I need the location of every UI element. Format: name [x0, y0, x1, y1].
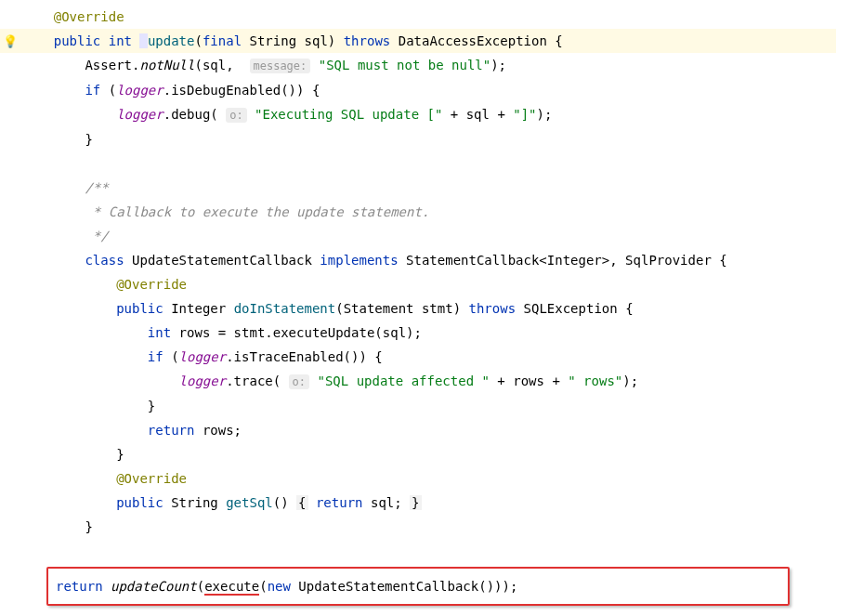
- highlighted-return-box: return updateCount(execute(new UpdateSta…: [46, 567, 790, 606]
- code-line[interactable]: logger.trace( o: "SQL update affected " …: [0, 369, 836, 394]
- comment-line[interactable]: */: [0, 224, 836, 248]
- code-line[interactable]: if (logger.isTraceEnabled()) {: [0, 345, 836, 369]
- code-line[interactable]: @Override: [0, 5, 836, 29]
- code-line[interactable]: @Override: [0, 272, 836, 296]
- caret-position: [139, 33, 147, 48]
- underlined-execute: execute: [204, 579, 259, 596]
- code-line[interactable]: }: [0, 394, 836, 418]
- code-line[interactable]: Assert.notNull(sql, message: "SQL must n…: [0, 53, 836, 78]
- comment-line[interactable]: * Callback to execute the update stateme…: [0, 200, 836, 224]
- code-line[interactable]: if (logger.isDebugEnabled()) {: [0, 78, 836, 102]
- code-line[interactable]: logger.debug( o: "Executing SQL update […: [0, 102, 836, 127]
- code-line[interactable]: public Integer doInStatement(Statement s…: [0, 296, 836, 321]
- param-hint: message:: [250, 59, 311, 73]
- code-line[interactable]: public String getSql() { return sql; }: [0, 491, 836, 515]
- code-line[interactable]: }: [0, 609, 836, 616]
- method-signature-line[interactable]: 💡 public int update(final String sql) th…: [0, 29, 836, 53]
- param-hint: o:: [226, 108, 246, 123]
- code-line[interactable]: @Override: [0, 466, 836, 491]
- code-line[interactable]: return updateCount(execute(new UpdateSta…: [48, 574, 788, 598]
- code-line[interactable]: }: [0, 442, 836, 466]
- blank-line[interactable]: [0, 539, 836, 563]
- code-line[interactable]: int rows = stmt.executeUpdate(sql);: [0, 321, 836, 345]
- param-hint: o:: [289, 374, 309, 389]
- code-line[interactable]: class UpdateStatementCallback implements…: [0, 248, 836, 272]
- blank-line[interactable]: [0, 151, 836, 176]
- code-line[interactable]: }: [0, 127, 836, 151]
- annotation-override: @Override: [54, 9, 124, 24]
- code-line[interactable]: }: [0, 515, 836, 539]
- comment-line[interactable]: /**: [0, 176, 836, 200]
- intention-bulb-icon[interactable]: 💡: [3, 29, 18, 54]
- code-editor[interactable]: @Override 💡 public int update(final Stri…: [0, 0, 836, 616]
- code-line[interactable]: return rows;: [0, 418, 836, 442]
